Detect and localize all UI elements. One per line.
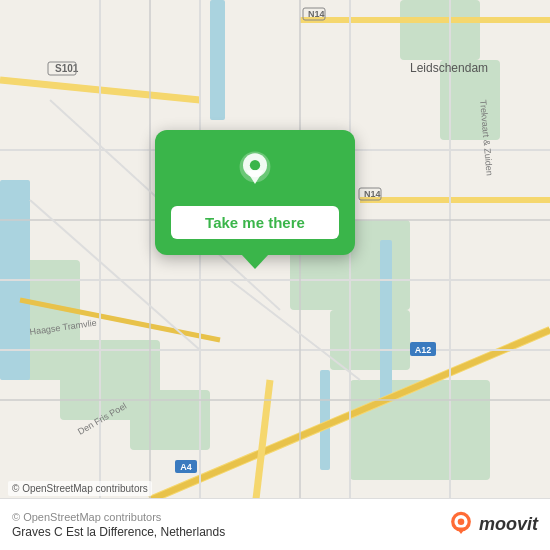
svg-rect-6: [400, 0, 480, 60]
svg-rect-2: [330, 310, 410, 370]
moovit-logo-text: moovit: [479, 514, 538, 535]
svg-text:Leidschendam: Leidschendam: [410, 61, 488, 75]
footer-attribution-text: © OpenStreetMap contributors: [12, 511, 225, 523]
svg-text:A12: A12: [415, 345, 432, 355]
map-container: S101 N14 N14 A12 A4 Leidschendam Haagse …: [0, 0, 550, 550]
svg-rect-8: [130, 390, 210, 450]
moovit-logo: moovit: [447, 511, 538, 539]
osm-attribution: © OpenStreetMap contributors: [8, 481, 152, 496]
pin-icon: [231, 148, 279, 196]
svg-point-50: [250, 160, 260, 170]
osm-attribution-text: © OpenStreetMap contributors: [12, 483, 148, 494]
svg-rect-11: [380, 240, 392, 400]
map-svg: S101 N14 N14 A12 A4 Leidschendam Haagse …: [0, 0, 550, 550]
svg-text:S101: S101: [55, 63, 79, 74]
map-footer: © OpenStreetMap contributors Graves C Es…: [0, 498, 550, 550]
svg-text:N14: N14: [308, 9, 325, 19]
location-card: Take me there: [155, 130, 355, 255]
svg-text:N14: N14: [364, 189, 381, 199]
take-me-there-button[interactable]: Take me there: [171, 206, 339, 239]
svg-rect-10: [210, 0, 225, 120]
svg-text:A4: A4: [180, 462, 192, 472]
svg-rect-5: [350, 380, 490, 480]
footer-location-text: Graves C Est la Difference, Netherlands: [12, 525, 225, 539]
moovit-logo-icon: [447, 511, 475, 539]
svg-point-54: [458, 518, 465, 525]
